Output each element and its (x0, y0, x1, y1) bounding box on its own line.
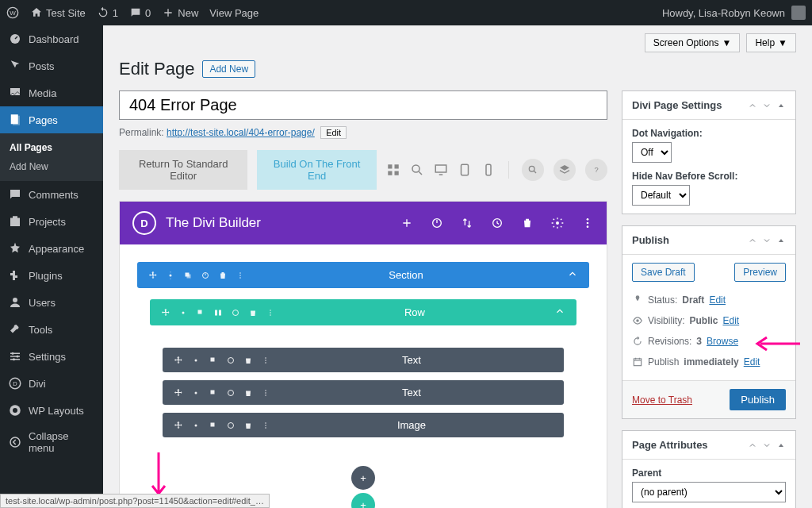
move-to-trash-link[interactable]: Move to Trash (632, 394, 692, 406)
save-icon[interactable] (226, 388, 236, 398)
duplicate-icon[interactable] (209, 421, 218, 430)
build-front-end-button[interactable]: Build On The Front End (257, 150, 377, 190)
sidebar-sub-add-new[interactable]: Add New (0, 157, 103, 176)
wp-logo-icon[interactable]: W (6, 6, 19, 19)
sidebar-item-comments[interactable]: Comments (0, 181, 103, 208)
permalink-edit-button[interactable]: Edit (320, 126, 347, 139)
clear-icon[interactable] (521, 217, 534, 229)
sidebar-item-dashboard[interactable]: Dashboard (0, 25, 103, 52)
duplicate-icon[interactable] (209, 388, 218, 398)
view-page-link[interactable]: View Page (209, 7, 259, 19)
chevron-up-icon[interactable] (748, 236, 757, 245)
permalink-link[interactable]: http://test-site.local/404-error-page/ (167, 127, 315, 138)
preview-button[interactable]: Preview (734, 263, 786, 282)
sidebar-item-users[interactable]: Users (0, 289, 103, 316)
delete-icon[interactable] (243, 356, 253, 365)
tablet-icon[interactable] (458, 163, 472, 177)
updates-link[interactable]: 1 (97, 6, 118, 19)
power-icon[interactable] (431, 217, 443, 229)
section-bar[interactable]: Section (137, 262, 589, 288)
history-icon[interactable] (491, 217, 504, 229)
module-bar[interactable]: Image (163, 413, 564, 437)
menu-icon[interactable] (261, 356, 270, 365)
sidebar-item-settings[interactable]: Settings (0, 343, 103, 370)
wireframe-icon[interactable] (386, 163, 400, 177)
sidebar-item-appearance[interactable]: Appearance (0, 235, 103, 262)
sidebar-item-tools[interactable]: Tools (0, 316, 103, 343)
collapse-icon[interactable] (567, 268, 578, 279)
move-icon[interactable] (174, 356, 183, 365)
gear-icon[interactable] (191, 356, 201, 365)
move-icon[interactable] (148, 271, 158, 280)
sidebar-item-plugins[interactable]: Plugins (0, 262, 103, 289)
parent-select[interactable]: (no parent) (632, 482, 786, 502)
delete-icon[interactable] (243, 388, 253, 398)
avatar[interactable] (791, 6, 806, 20)
gear-icon[interactable] (191, 388, 201, 398)
save-icon[interactable] (201, 271, 210, 280)
module-bar[interactable]: Text (163, 380, 564, 405)
menu-icon[interactable] (261, 421, 270, 430)
triangle-up-icon[interactable] (776, 441, 786, 450)
save-icon[interactable] (231, 308, 240, 318)
layers-icon[interactable] (553, 159, 576, 181)
sidebar-item-media[interactable]: Media (0, 79, 103, 106)
chevron-down-icon[interactable] (762, 441, 772, 450)
settings-icon[interactable] (551, 217, 564, 229)
duplicate-icon[interactable] (209, 356, 218, 365)
menu-icon[interactable] (261, 388, 270, 398)
chevron-down-icon[interactable] (762, 236, 772, 245)
new-link[interactable]: New (162, 6, 198, 19)
gear-icon[interactable] (178, 308, 188, 318)
collapse-icon[interactable] (554, 306, 565, 317)
site-link[interactable]: Test Site (30, 6, 86, 19)
mobile-icon[interactable] (481, 163, 496, 177)
menu-icon[interactable] (266, 308, 275, 318)
menu-icon[interactable] (236, 271, 245, 280)
sidebar-item-pages[interactable]: Pages (0, 106, 103, 133)
sidebar-item-collapse[interactable]: Collapse menu (0, 424, 103, 460)
chevron-up-icon[interactable] (748, 101, 757, 110)
duplicate-icon[interactable] (196, 308, 205, 318)
add-row-button[interactable]: + (351, 493, 375, 508)
sidebar-sub-all-pages[interactable]: All Pages (0, 138, 103, 157)
publish-button[interactable]: Publish (730, 389, 786, 410)
sidebar-item-divi[interactable]: DDivi (0, 370, 103, 397)
triangle-up-icon[interactable] (776, 236, 786, 245)
howdy-link[interactable]: Howdy, Lisa-Robyn Keown (662, 7, 785, 19)
duplicate-icon[interactable] (183, 271, 193, 280)
desktop-icon[interactable] (434, 163, 448, 177)
search-icon[interactable] (522, 159, 544, 181)
columns-icon[interactable] (213, 308, 223, 318)
help-icon[interactable]: ? (585, 159, 607, 181)
triangle-up-icon[interactable] (776, 101, 786, 110)
chevron-up-icon[interactable] (748, 441, 757, 450)
screen-options-button[interactable]: Screen Options ▼ (645, 33, 741, 52)
chevron-down-icon[interactable] (762, 101, 772, 110)
delete-icon[interactable] (218, 271, 228, 280)
return-standard-editor-button[interactable]: Return To Standard Editor (119, 150, 247, 190)
dot-nav-select[interactable]: Off (632, 142, 672, 163)
module-bar[interactable]: Text (163, 348, 564, 372)
zoom-icon[interactable] (410, 163, 424, 177)
add-new-button[interactable]: Add New (202, 60, 255, 78)
save-icon[interactable] (226, 421, 236, 430)
move-icon[interactable] (161, 308, 170, 318)
move-icon[interactable] (174, 421, 183, 430)
row-bar[interactable]: Row (150, 299, 576, 325)
save-draft-button[interactable]: Save Draft (632, 263, 695, 282)
more-icon[interactable] (581, 217, 594, 229)
delete-icon[interactable] (248, 308, 258, 318)
sidebar-item-projects[interactable]: Projects (0, 208, 103, 235)
add-icon[interactable] (400, 217, 413, 229)
gear-icon[interactable] (191, 421, 201, 430)
gear-icon[interactable] (166, 271, 175, 280)
comments-link[interactable]: 0 (129, 6, 151, 19)
publish-edit-link[interactable]: Edit (744, 356, 760, 368)
save-icon[interactable] (226, 356, 236, 365)
hide-nav-select[interactable]: Default (632, 185, 690, 206)
visibility-edit-link[interactable]: Edit (722, 315, 739, 326)
status-edit-link[interactable]: Edit (709, 294, 726, 306)
move-icon[interactable] (174, 388, 183, 398)
post-title-input[interactable] (119, 90, 607, 120)
